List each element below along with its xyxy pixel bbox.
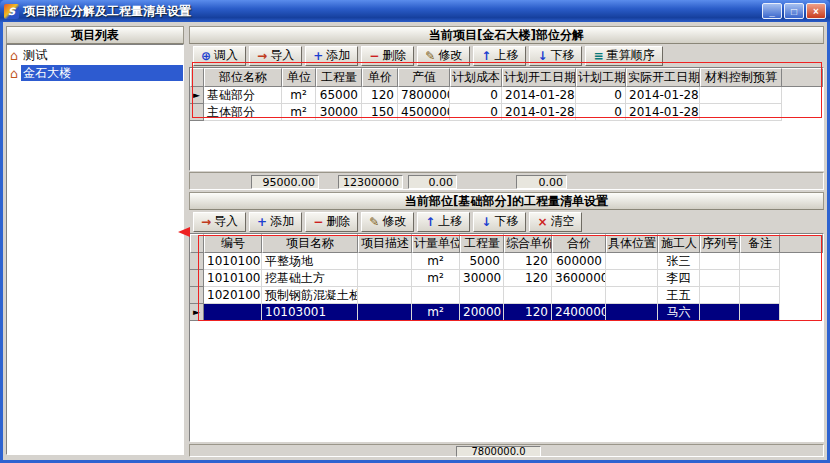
cell[interactable] <box>740 270 780 287</box>
row-selector[interactable] <box>190 104 204 121</box>
delete-button[interactable]: −删除 <box>305 212 358 232</box>
column-header-7[interactable]: 具体位置 <box>606 234 658 253</box>
column-header-2[interactable]: 项目描述 <box>358 234 412 253</box>
column-header-6[interactable]: 合价 <box>552 234 606 253</box>
add-button[interactable]: +添加 <box>249 212 302 232</box>
cell[interactable]: 0 <box>450 87 502 104</box>
cell[interactable]: 2014-01-28 <box>626 104 700 121</box>
cell[interactable]: 10101001 <box>204 253 262 270</box>
column-header-8[interactable]: 实际开工日期 <box>626 68 700 87</box>
column-header-0[interactable]: 部位名称 <box>204 68 282 87</box>
column-header-7[interactable]: 计划工期 <box>576 68 626 87</box>
column-header-3[interactable]: 单价 <box>362 68 398 87</box>
cell[interactable]: 预制钢筋混凝土桩 <box>262 287 358 304</box>
cell[interactable] <box>358 287 412 304</box>
row-selector[interactable]: ► <box>190 304 204 321</box>
project-list-item-0[interactable]: ⌂测试 <box>7 46 183 64</box>
cell[interactable]: m² <box>412 270 460 287</box>
move-down-button[interactable]: ↓下移 <box>529 46 582 66</box>
cell[interactable]: 2014-01-28 <box>502 87 576 104</box>
cell[interactable]: m² <box>282 104 316 121</box>
cell[interactable] <box>504 287 552 304</box>
table-row[interactable]: 10101002挖基础土方m²300001203600000李四 <box>190 270 823 287</box>
cell[interactable]: m² <box>282 87 316 104</box>
table-row[interactable]: 10201001预制钢筋混凝土桩王五 <box>190 287 823 304</box>
delete-button[interactable]: −删除 <box>361 46 414 66</box>
cell[interactable] <box>700 87 782 104</box>
cell[interactable] <box>700 253 740 270</box>
cell[interactable] <box>412 287 460 304</box>
cell[interactable] <box>606 287 658 304</box>
cell[interactable]: 7800000 <box>398 87 450 104</box>
cell[interactable]: 30000 <box>316 104 362 121</box>
cell[interactable]: 2014-01-28 <box>502 104 576 121</box>
recalc-order-button[interactable]: ≡重算顺序 <box>585 46 662 66</box>
cell[interactable]: 挖基础土方 <box>262 270 358 287</box>
cell[interactable]: 张三 <box>658 253 700 270</box>
cell[interactable] <box>740 304 780 321</box>
cell[interactable]: 4500000 <box>398 104 450 121</box>
row-selector[interactable] <box>190 253 204 270</box>
cell[interactable]: 120 <box>504 304 552 321</box>
cell[interactable] <box>204 304 262 321</box>
cell[interactable]: 2400000 <box>552 304 606 321</box>
import-button[interactable]: →导入 <box>249 46 302 66</box>
load-in-button[interactable]: ⊕调入 <box>193 46 246 66</box>
cell[interactable]: 主体部分 <box>204 104 282 121</box>
row-selector[interactable] <box>190 270 204 287</box>
cell[interactable]: 2014-01-28 <box>626 87 700 104</box>
cell[interactable] <box>552 287 606 304</box>
cell[interactable] <box>700 104 782 121</box>
edit-button[interactable]: ✎修改 <box>417 46 470 66</box>
cell[interactable]: 基础部分 <box>204 87 282 104</box>
cell[interactable] <box>740 287 780 304</box>
cell[interactable]: 120 <box>504 253 552 270</box>
cell[interactable]: 10101002 <box>204 270 262 287</box>
table-row[interactable]: ►10103001m²200001202400000马六 <box>190 304 823 321</box>
table-row[interactable]: ►基础部分m²65000120780000002014-01-2802014-0… <box>190 87 823 104</box>
cell[interactable]: 李四 <box>658 270 700 287</box>
column-header-5[interactable]: 综合单价 <box>504 234 552 253</box>
edit-button[interactable]: ✎修改 <box>361 212 414 232</box>
cell[interactable] <box>606 270 658 287</box>
cell[interactable]: 马六 <box>658 304 700 321</box>
cell[interactable]: m² <box>412 253 460 270</box>
cell[interactable]: 120 <box>504 270 552 287</box>
cell[interactable]: 10103001 <box>262 304 358 321</box>
project-list-item-1[interactable]: ⌂金石大楼 <box>7 64 183 82</box>
row-selector[interactable] <box>190 287 204 304</box>
clear-button[interactable]: ×清空 <box>529 212 582 232</box>
cell[interactable]: 10201001 <box>204 287 262 304</box>
column-header-9[interactable]: 序列号 <box>700 234 740 253</box>
column-header-4[interactable]: 产值 <box>398 68 450 87</box>
move-up-button[interactable]: ↑上移 <box>417 212 470 232</box>
cell[interactable]: 0 <box>576 104 626 121</box>
column-header-8[interactable]: 施工人 <box>658 234 700 253</box>
cell[interactable]: 0 <box>576 87 626 104</box>
cell[interactable] <box>460 287 504 304</box>
close-button[interactable]: × <box>806 3 826 19</box>
cell[interactable]: 65000 <box>316 87 362 104</box>
column-header-1[interactable]: 项目名称 <box>262 234 358 253</box>
cell[interactable]: 0 <box>450 104 502 121</box>
column-header-5[interactable]: 计划成本 <box>450 68 502 87</box>
column-header-0[interactable]: 编号 <box>204 234 262 253</box>
cell[interactable] <box>358 253 412 270</box>
import-button[interactable]: →导入 <box>193 212 246 232</box>
cell[interactable] <box>358 304 412 321</box>
cell[interactable] <box>700 270 740 287</box>
column-header-2[interactable]: 工程量 <box>316 68 362 87</box>
cell[interactable] <box>700 287 740 304</box>
column-header-10[interactable]: 备注 <box>740 234 780 253</box>
column-header-6[interactable]: 计划开工日期 <box>502 68 576 87</box>
column-header-9[interactable]: 材料控制预算 <box>700 68 782 87</box>
table-row[interactable]: 主体部分m²30000150450000002014-01-2802014-01… <box>190 104 823 121</box>
column-header-4[interactable]: 工程量 <box>460 234 504 253</box>
cell[interactable]: 600000 <box>552 253 606 270</box>
cell[interactable] <box>606 304 658 321</box>
cell[interactable]: 120 <box>362 87 398 104</box>
cell[interactable]: 平整场地 <box>262 253 358 270</box>
column-header-3[interactable]: 计量单位 <box>412 234 460 253</box>
cell[interactable]: 5000 <box>460 253 504 270</box>
move-up-button[interactable]: ↑上移 <box>473 46 526 66</box>
